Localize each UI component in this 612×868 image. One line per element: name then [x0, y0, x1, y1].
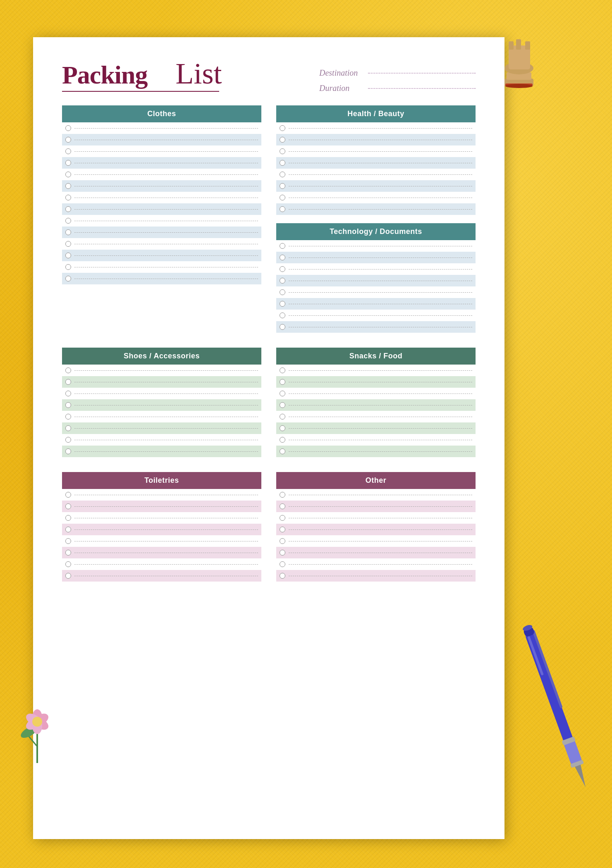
- list-item: [62, 157, 261, 169]
- checkbox[interactable]: [280, 527, 285, 532]
- checkbox[interactable]: [65, 137, 71, 143]
- list-item: [276, 169, 476, 180]
- checkbox[interactable]: [280, 137, 285, 143]
- checkbox[interactable]: [280, 160, 285, 166]
- checkbox[interactable]: [280, 289, 285, 295]
- checkbox[interactable]: [65, 241, 71, 247]
- checkbox[interactable]: [65, 367, 71, 373]
- checkbox[interactable]: [280, 301, 285, 307]
- checkbox[interactable]: [65, 503, 71, 509]
- section-header-other: Other: [276, 472, 476, 489]
- list-item: [276, 203, 476, 215]
- checkbox[interactable]: [280, 367, 285, 373]
- checkbox[interactable]: [280, 172, 285, 177]
- checkbox[interactable]: [65, 276, 71, 281]
- header: Packing List Destination Duration: [62, 62, 476, 93]
- checkbox[interactable]: [65, 515, 71, 521]
- section-technology-documents: Technology / Documents: [276, 223, 476, 333]
- list-item: [62, 446, 261, 457]
- list-item: [276, 310, 476, 321]
- list-item: [62, 535, 261, 547]
- list-item: [62, 524, 261, 535]
- checkbox[interactable]: [280, 437, 285, 443]
- list-item: [276, 434, 476, 446]
- checkbox[interactable]: [280, 125, 285, 131]
- list-item: [276, 252, 476, 263]
- list-item: [276, 321, 476, 333]
- checkbox[interactable]: [65, 527, 71, 532]
- list-item: [276, 388, 476, 399]
- checkbox[interactable]: [280, 243, 285, 249]
- checkbox[interactable]: [65, 264, 71, 270]
- duration-field: Duration: [319, 83, 476, 93]
- right-col-top: Health / Beauty Technology / Documents: [276, 105, 476, 333]
- list-item: [276, 535, 476, 547]
- section-header-tech-docs: Technology / Documents: [276, 223, 476, 240]
- checkbox[interactable]: [65, 538, 71, 544]
- checkbox[interactable]: [280, 538, 285, 544]
- checkbox[interactable]: [65, 229, 71, 235]
- checkbox[interactable]: [65, 402, 71, 408]
- checkbox[interactable]: [280, 448, 285, 454]
- section-header-toiletries: Toiletries: [62, 472, 261, 489]
- checkbox[interactable]: [280, 573, 285, 579]
- checkbox[interactable]: [65, 160, 71, 166]
- checkbox[interactable]: [280, 391, 285, 396]
- checkbox[interactable]: [280, 312, 285, 318]
- checkbox[interactable]: [280, 324, 285, 330]
- list-item: [276, 570, 476, 582]
- checkbox[interactable]: [65, 195, 71, 200]
- checkbox[interactable]: [65, 148, 71, 154]
- checkbox[interactable]: [65, 573, 71, 579]
- list-item: [276, 489, 476, 501]
- checkbox[interactable]: [65, 206, 71, 212]
- section-header-shoes: Shoes / Accessories: [62, 348, 261, 365]
- list-item: [62, 227, 261, 238]
- checkbox[interactable]: [65, 437, 71, 443]
- checkbox[interactable]: [280, 503, 285, 509]
- list-item: [62, 489, 261, 501]
- checkbox[interactable]: [280, 550, 285, 556]
- list-item: [62, 250, 261, 261]
- checkbox[interactable]: [280, 255, 285, 260]
- checkbox[interactable]: [280, 402, 285, 408]
- list-item: [62, 422, 261, 434]
- checkbox[interactable]: [280, 515, 285, 521]
- checkbox[interactable]: [280, 206, 285, 212]
- checkbox[interactable]: [65, 218, 71, 224]
- checkbox[interactable]: [65, 425, 71, 431]
- checkbox[interactable]: [280, 195, 285, 200]
- checkbox[interactable]: [65, 253, 71, 258]
- checkbox[interactable]: [65, 379, 71, 385]
- checkbox[interactable]: [65, 172, 71, 177]
- checkbox[interactable]: [65, 391, 71, 396]
- checkbox[interactable]: [280, 278, 285, 284]
- svg-rect-6: [525, 41, 530, 50]
- checkbox[interactable]: [280, 266, 285, 272]
- checkbox[interactable]: [65, 561, 71, 567]
- checkbox[interactable]: [280, 414, 285, 420]
- list-item: [276, 399, 476, 411]
- list-item: [62, 434, 261, 446]
- checkbox[interactable]: [65, 125, 71, 131]
- checkbox[interactable]: [280, 148, 285, 154]
- checkbox[interactable]: [65, 414, 71, 420]
- checkbox[interactable]: [65, 550, 71, 556]
- checkbox[interactable]: [65, 448, 71, 454]
- checkbox[interactable]: [65, 492, 71, 498]
- checkbox[interactable]: [280, 379, 285, 385]
- section-snacks-food: Snacks / Food: [276, 348, 476, 457]
- list-item: [276, 275, 476, 286]
- checkbox[interactable]: [280, 425, 285, 431]
- list-item: [62, 512, 261, 524]
- list-item: [62, 215, 261, 227]
- chess-piece-decoration: [484, 21, 550, 97]
- checkbox[interactable]: [280, 183, 285, 189]
- list-item: [276, 446, 476, 457]
- checkbox[interactable]: [280, 561, 285, 567]
- list-item: [62, 399, 261, 411]
- checkbox[interactable]: [280, 492, 285, 498]
- list-item: [62, 411, 261, 422]
- list-item: [62, 501, 261, 512]
- checkbox[interactable]: [65, 183, 71, 189]
